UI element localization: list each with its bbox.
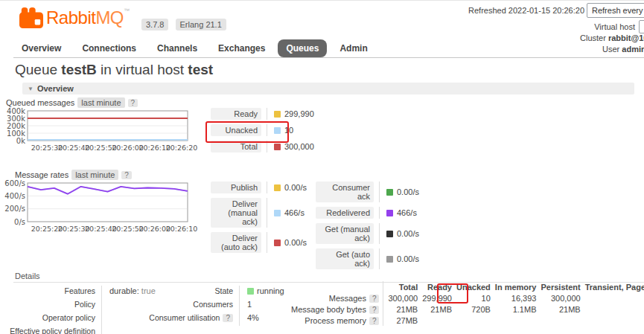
message-rates-heading: Message rateslast minute? [15, 170, 132, 179]
stats-row-label: Message body bytes? [287, 304, 383, 315]
legend-label: Publish [211, 182, 261, 193]
col-ready: Ready [418, 281, 452, 292]
help-icon[interactable]: ? [128, 99, 138, 107]
fact-label: Operator policy [0, 312, 102, 326]
stats-cell: 10 [452, 292, 491, 304]
message-rates-label: Message rates [15, 170, 68, 179]
refreshed-timestamp: Refreshed 2022-01-15 20:26:20 [468, 6, 584, 15]
legend-value: 10 [284, 126, 293, 135]
queued-messages-label: Queued messages [6, 98, 74, 107]
cluster-label: Cluster [580, 33, 606, 42]
stats-cell [536, 315, 580, 326]
stats-cell [491, 315, 537, 326]
message-rates-legend-right: Consumer ack 0.00/s Redelivered 466/s Ge… [316, 182, 419, 269]
queued-messages-heading: Queued messageslast minute? [6, 98, 138, 107]
help-icon[interactable]: ? [369, 317, 380, 325]
erlang-badge: Erlang 21.1 [176, 19, 226, 30]
legend-value-cell: 299,990 [267, 108, 314, 120]
legend-value: 0.00/s [397, 187, 419, 196]
fact-label: Consumers [138, 299, 240, 312]
nav-divider [13, 57, 644, 58]
legend-label: Deliver (manual ack) [211, 198, 261, 228]
time-range-badge[interactable]: last minute [71, 170, 118, 180]
stats-cell: 16,393 [491, 292, 537, 304]
svg-text:400/s: 400/s [4, 192, 25, 200]
stats-cell: 300,000 [383, 292, 418, 304]
stats-cell: 300,000 [536, 292, 580, 304]
legend-value-cell: 0.00/s [267, 232, 307, 253]
queue-name: testB [61, 62, 97, 77]
stats-header-row: Total Ready Unacked In memory Persistent… [287, 281, 644, 292]
process-memory-label: Process memory [305, 316, 366, 325]
state-value: running [257, 286, 284, 295]
state-running-swatch-icon [247, 288, 254, 295]
fact-label: Features [0, 286, 102, 299]
help-icon[interactable]: ? [121, 171, 132, 179]
virtual-host-label: Virtual host [594, 22, 635, 31]
legend-row-unacked: Unacked 10 [211, 124, 314, 136]
svg-text:0/s: 0/s [14, 218, 25, 226]
fact-label: Policy [0, 299, 102, 312]
legend-label: Unacked [211, 124, 261, 136]
legend-value: 466/s [284, 208, 305, 217]
legend-label: Get (manual ack) [316, 223, 374, 244]
details-section-label: Details [15, 272, 40, 280]
tab-admin[interactable]: Admin [331, 39, 375, 57]
tab-exchanges[interactable]: Exchanges [210, 39, 273, 57]
stats-cell: 21MB [536, 304, 580, 315]
stats-cell: 1.1MB [491, 304, 537, 315]
legend-label: Consumer ack [316, 182, 374, 202]
refresh-interval-select[interactable]: Refresh every 5 se [587, 3, 644, 18]
help-icon[interactable]: ? [369, 306, 380, 314]
tab-connections[interactable]: Connections [74, 39, 144, 57]
legend-value-cell: 10 [267, 124, 293, 136]
stats-cell: 720B [452, 304, 491, 315]
version-badge: 3.7.8 [141, 19, 168, 30]
unacked-swatch-icon [274, 127, 281, 134]
user-label: User [602, 45, 619, 54]
stats-cell [452, 315, 491, 326]
stats-cell: 299,990 [418, 292, 452, 304]
cluster-info: Cluster rabbit@10-1 [580, 33, 644, 42]
tab-overview[interactable]: Overview [13, 39, 69, 57]
stats-cell: 21MB [418, 304, 452, 315]
legend-row-publish: Publish 0.00/s [211, 182, 307, 193]
time-range-badge[interactable]: last minute [77, 97, 124, 108]
user-value: admin [622, 45, 644, 54]
legend-value-cell: 0.00/s [267, 182, 307, 193]
legend-value: 466/s [397, 208, 417, 217]
fact-row-effective-policy: Effective policy definition [0, 326, 191, 334]
col-persistent: Persistent [536, 281, 580, 292]
total-swatch-icon [274, 144, 281, 150]
tab-queues[interactable]: Queues [278, 39, 327, 57]
legend-value: 0.00/s [397, 254, 419, 263]
message-rates-chart: 600/s400/s200/s0/s20:25:2020:25:3020:25:… [1, 180, 210, 237]
stats-cell: 0B [581, 304, 644, 315]
stats-row-label: Messages? [287, 292, 383, 304]
rabbitmq-logo[interactable]: RabbitMQ™ [19, 7, 130, 29]
fact-value [102, 326, 192, 334]
help-icon[interactable]: ? [223, 314, 233, 322]
col-in-memory: In memory [491, 281, 537, 292]
tab-channels[interactable]: Channels [149, 39, 205, 57]
overview-section-toggle[interactable]: ▼ Overview [22, 83, 634, 94]
legend-value-cell: 466/s [267, 198, 305, 228]
legend-value: 299,990 [284, 109, 314, 118]
fact-label: State [138, 286, 240, 299]
help-icon[interactable]: ? [369, 295, 380, 303]
fact-label: Effective policy definition [0, 326, 102, 334]
feature-key: durable: [109, 286, 139, 295]
legend-row-total: Total 300,000 [211, 141, 314, 152]
legend-label: Get (auto ack) [316, 248, 374, 269]
legend-value-cell: 300,000 [267, 141, 314, 152]
cluster-value: rabbit@10-1 [608, 33, 644, 42]
virtual-host-select[interactable] [639, 20, 644, 33]
messages-label: Messages [329, 294, 366, 303]
legend-value-cell: 0.00/s [379, 248, 419, 269]
svg-text:200/s: 200/s [4, 205, 25, 213]
stats-cell [418, 315, 452, 326]
stats-row-label: Process memory? [287, 315, 383, 326]
queued-messages-legend: Ready 299,990 Unacked 10 Total 300,000 [211, 108, 314, 152]
legend-value: 300,000 [284, 142, 314, 151]
stats-cell: 27MB [383, 315, 418, 326]
